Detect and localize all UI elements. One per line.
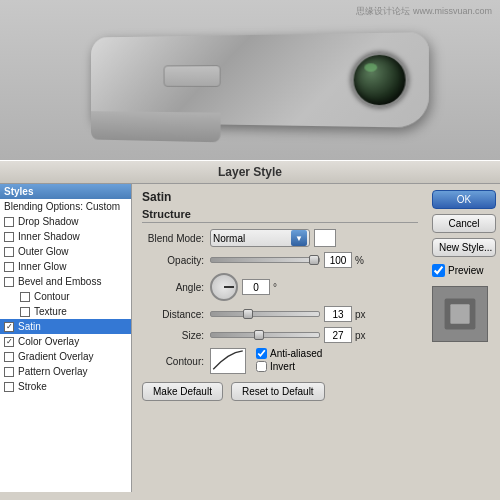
distance-label: Distance: bbox=[142, 309, 210, 320]
size-label: Size: bbox=[142, 330, 210, 341]
sidebar-item-contour[interactable]: Contour bbox=[0, 289, 131, 304]
drop-shadow-checkbox[interactable] bbox=[4, 217, 14, 227]
inner-shadow-checkbox[interactable] bbox=[4, 232, 14, 242]
sidebar-item-inner-glow[interactable]: Inner Glow bbox=[0, 259, 131, 274]
satin-checkbox[interactable] bbox=[4, 322, 14, 332]
inner-glow-checkbox[interactable] bbox=[4, 262, 14, 272]
angle-label: Angle: bbox=[142, 282, 210, 293]
distance-input[interactable] bbox=[324, 306, 352, 322]
texture-label: Texture bbox=[34, 306, 67, 317]
cancel-button[interactable]: Cancel bbox=[432, 214, 496, 233]
sidebar-item-outer-glow[interactable]: Outer Glow bbox=[0, 244, 131, 259]
distance-slider-row: px bbox=[210, 306, 366, 322]
bevel-emboss-checkbox[interactable] bbox=[4, 277, 14, 287]
sidebar-item-gradient-overlay[interactable]: Gradient Overlay bbox=[0, 349, 131, 364]
preview-checkbox[interactable] bbox=[432, 264, 445, 277]
size-row: Size: px bbox=[142, 327, 418, 343]
size-input[interactable] bbox=[324, 327, 352, 343]
anti-aliased-label: Anti-aliased bbox=[270, 348, 322, 359]
color-overlay-checkbox[interactable] bbox=[4, 337, 14, 347]
sidebar-item-satin[interactable]: Satin bbox=[0, 319, 131, 334]
opacity-row: Opacity: % bbox=[142, 252, 418, 268]
blend-mode-row: Blend Mode: Normal ▼ bbox=[142, 229, 418, 247]
contour-label: Contour bbox=[34, 291, 70, 302]
size-slider-track[interactable] bbox=[210, 332, 320, 338]
drop-shadow-label: Drop Shadow bbox=[18, 216, 79, 227]
pattern-overlay-checkbox[interactable] bbox=[4, 367, 14, 377]
svg-rect-2 bbox=[450, 304, 469, 323]
section-title: Structure bbox=[142, 208, 418, 223]
blend-mode-arrow-icon: ▼ bbox=[291, 230, 307, 246]
outer-glow-checkbox[interactable] bbox=[4, 247, 14, 257]
top-image-area: 思缘设计论坛 www.missvuan.com bbox=[0, 0, 500, 160]
opacity-slider-track[interactable] bbox=[210, 257, 320, 263]
size-slider-thumb[interactable] bbox=[254, 330, 264, 340]
sidebar-item-drop-shadow[interactable]: Drop Shadow bbox=[0, 214, 131, 229]
inner-glow-label: Inner Glow bbox=[18, 261, 66, 272]
invert-label: Invert bbox=[270, 361, 295, 372]
opacity-slider-row: % bbox=[210, 252, 364, 268]
angle-input[interactable] bbox=[242, 279, 270, 295]
bottom-buttons: Make Default Reset to Default bbox=[142, 382, 418, 401]
distance-slider-thumb[interactable] bbox=[243, 309, 253, 319]
contour-checkbox[interactable] bbox=[20, 292, 30, 302]
invert-row: Invert bbox=[256, 361, 322, 372]
preview-label: Preview bbox=[448, 265, 484, 276]
gradient-overlay-checkbox[interactable] bbox=[4, 352, 14, 362]
sidebar-item-blending-options[interactable]: Blending Options: Custom bbox=[0, 199, 131, 214]
layer-style-dialog: Layer Style Styles Blending Options: Cus… bbox=[0, 160, 500, 500]
distance-slider-track[interactable] bbox=[210, 311, 320, 317]
blend-mode-color-swatch[interactable] bbox=[314, 229, 336, 247]
anti-aliased-checkbox[interactable] bbox=[256, 348, 267, 359]
outer-glow-label: Outer Glow bbox=[18, 246, 69, 257]
camera-handle bbox=[91, 111, 221, 142]
texture-checkbox[interactable] bbox=[20, 307, 30, 317]
anti-aliased-row: Anti-aliased bbox=[256, 348, 322, 359]
main-panel: Satin Structure Blend Mode: Normal ▼ Opa… bbox=[132, 184, 428, 492]
angle-dial[interactable] bbox=[210, 273, 238, 301]
new-style-button[interactable]: New Style... bbox=[432, 238, 496, 257]
blending-options-label: Blending Options: Custom bbox=[4, 201, 120, 212]
sidebar-item-color-overlay[interactable]: Color Overlay bbox=[0, 334, 131, 349]
preview-checkbox-row: Preview bbox=[432, 264, 496, 277]
sidebar-item-texture[interactable]: Texture bbox=[0, 304, 131, 319]
contour-thumbnail[interactable] bbox=[210, 348, 246, 374]
sidebar-item-stroke[interactable]: Stroke bbox=[0, 379, 131, 394]
contour-options: Anti-aliased Invert bbox=[256, 348, 322, 374]
blend-mode-select[interactable]: Normal ▼ bbox=[210, 229, 310, 247]
size-slider-row: px bbox=[210, 327, 366, 343]
blend-mode-value: Normal bbox=[213, 233, 245, 244]
stroke-checkbox[interactable] bbox=[4, 382, 14, 392]
sidebar: Styles Blending Options: Custom Drop Sha… bbox=[0, 184, 132, 492]
distance-unit: px bbox=[355, 309, 366, 320]
angle-unit: ° bbox=[273, 282, 277, 293]
angle-row: Angle: ° bbox=[142, 273, 418, 301]
size-unit: px bbox=[355, 330, 366, 341]
camera-detail bbox=[164, 65, 221, 87]
sidebar-item-pattern-overlay[interactable]: Pattern Overlay bbox=[0, 364, 131, 379]
make-default-button[interactable]: Make Default bbox=[142, 382, 223, 401]
invert-checkbox[interactable] bbox=[256, 361, 267, 372]
watermark: 思缘设计论坛 www.missvuan.com bbox=[356, 5, 492, 18]
pattern-overlay-label: Pattern Overlay bbox=[18, 366, 87, 377]
inner-shadow-label: Inner Shadow bbox=[18, 231, 80, 242]
ok-button[interactable]: OK bbox=[432, 190, 496, 209]
distance-row: Distance: px bbox=[142, 306, 418, 322]
opacity-slider-thumb[interactable] bbox=[309, 255, 319, 265]
blend-mode-label: Blend Mode: bbox=[142, 233, 210, 244]
right-buttons-panel: OK Cancel New Style... Preview bbox=[428, 184, 500, 492]
contour-row: Contour: Anti-aliased Invert bbox=[142, 348, 418, 374]
camera-lens bbox=[350, 51, 408, 108]
sidebar-item-bevel-emboss[interactable]: Bevel and Emboss bbox=[0, 274, 131, 289]
opacity-unit: % bbox=[355, 255, 364, 266]
gradient-overlay-label: Gradient Overlay bbox=[18, 351, 94, 362]
sidebar-item-inner-shadow[interactable]: Inner Shadow bbox=[0, 229, 131, 244]
reset-to-default-button[interactable]: Reset to Default bbox=[231, 382, 325, 401]
opacity-input[interactable] bbox=[324, 252, 352, 268]
bevel-emboss-label: Bevel and Emboss bbox=[18, 276, 101, 287]
contour-row-label: Contour: bbox=[142, 356, 210, 367]
sidebar-heading: Styles bbox=[0, 184, 131, 199]
panel-title: Satin bbox=[142, 190, 418, 204]
dialog-title: Layer Style bbox=[0, 161, 500, 184]
stroke-label: Stroke bbox=[18, 381, 47, 392]
